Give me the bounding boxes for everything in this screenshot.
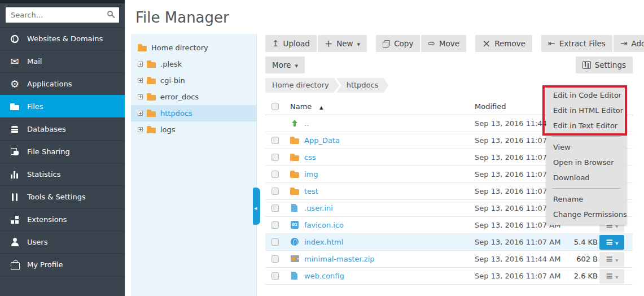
file-row[interactable]: minimal-master.zip Sep 13, 2016 11:44 AM… [265,251,633,268]
sidebar-item[interactable]: Mail [0,50,125,72]
context-menu-item[interactable] [552,136,621,137]
move-button[interactable]: Move [421,35,466,52]
row-menu-button[interactable] [599,269,624,284]
context-menu-item[interactable]: Edit in Code Editor [546,88,627,103]
tree-item[interactable]: .plesk [131,56,256,72]
copy-icon [383,40,390,47]
context-menu-item[interactable]: Download [546,170,627,185]
file-name-link[interactable]: css [304,153,316,162]
settings-button[interactable]: Settings [576,56,633,73]
html-icon [290,238,300,246]
sidebar-item[interactable]: Users [0,230,125,253]
file-row[interactable]: web.config Sep 13, 2016 11:07 AM 2.6 KB [265,268,633,285]
row-menu-button[interactable] [599,235,624,250]
expand-icon[interactable] [138,111,143,116]
expand-icon[interactable] [138,62,143,67]
sidebar-item[interactable]: My Profile [0,253,125,276]
move-label: Move [439,39,459,48]
context-menu: Edit in Code Editor Edit in HTML Editor … [546,85,627,225]
breadcrumb-item[interactable]: httpdocs [336,78,389,93]
tree-item-label: logs [160,125,176,134]
tree-item-label: httpdocs [160,109,192,117]
file-name-link[interactable]: favicon.ico [304,221,344,229]
context-menu-item[interactable]: Change Permissions [546,207,627,222]
archive-label: Add to Archive [631,39,644,48]
row-checkbox[interactable] [271,255,279,263]
expand-icon[interactable] [138,127,143,132]
row-checkbox[interactable] [271,154,279,161]
context-menu-item[interactable] [552,188,621,189]
context-menu-item[interactable]: Open in Browser [546,155,627,170]
settings-icon [582,61,591,69]
sidebar-item[interactable]: Databases [0,117,125,140]
expand-icon[interactable] [138,78,143,83]
sidebar-item[interactable]: Files [0,95,125,117]
caret-down-icon [357,39,361,48]
tree-item-label: Home directory [151,43,208,52]
row-checkbox[interactable] [271,171,279,178]
sidebar-item[interactable]: Tools & Settings [0,185,125,208]
column-header-name[interactable]: Name [290,102,312,111]
folder-icon [147,125,156,134]
folder-icon [290,136,300,145]
row-checkbox[interactable] [271,204,279,212]
extract-icon [548,38,555,49]
file-name-link[interactable]: test [304,187,318,195]
context-menu-item[interactable]: Edit in Text Editor [546,118,627,133]
chart-icon [10,169,20,180]
sidebar-item[interactable]: Extensions [0,208,125,230]
row-checkbox[interactable] [271,137,279,144]
folder-icon [147,109,156,117]
file-row[interactable]: index.html Sep 13, 2016 11:07 AM 5.4 KB [265,234,633,251]
file-name-link[interactable]: minimal-master.zip [304,255,375,263]
toolbar-group-copy-move: Copy Move [376,35,466,52]
remove-label: Remove [494,39,525,48]
row-menu-button[interactable] [599,252,624,267]
sidebar-item[interactable]: Websites & Domains [0,27,125,50]
sort-ascending-icon [316,102,323,111]
new-button[interactable]: New [318,35,367,52]
tree-item[interactable]: error_docs [131,89,256,105]
tree-item[interactable]: logs [131,121,256,138]
row-checkbox[interactable] [271,272,279,280]
row-checkbox[interactable] [271,238,279,246]
sidebar-item[interactable]: Applications [0,72,125,95]
file-name-link[interactable]: .. [304,119,309,128]
expand-icon[interactable] [138,94,143,99]
more-button[interactable]: More [265,56,305,73]
file-name-link[interactable]: App_Data [304,136,340,145]
sidebar-item[interactable]: File Sharing [0,140,125,163]
toolbar-row-1: Upload New Copy Move Remove [265,35,633,52]
search-icon[interactable] [107,11,113,16]
folder-icon [290,153,300,162]
row-checkbox[interactable] [271,188,279,195]
copy-button[interactable]: Copy [376,35,420,52]
remove-button[interactable]: Remove [475,35,532,52]
sidebar-item[interactable]: Statistics [0,163,125,185]
tree-collapse-handle[interactable] [253,188,260,225]
breadcrumb-item[interactable]: Home directory [265,78,339,93]
context-menu-item[interactable]: View [546,140,627,155]
file-name-link[interactable]: .user.ini [304,204,333,212]
file-name-link[interactable]: index.html [304,238,343,246]
tree-item[interactable]: httpdocs [131,105,256,121]
add-to-archive-button[interactable]: Add to Archive [614,35,644,52]
upload-button[interactable]: Upload [265,35,317,52]
extract-files-button[interactable]: Extract Files [541,35,612,52]
hamburger-menu-icon [606,237,613,247]
upload-icon [272,38,279,49]
user-icon [10,237,20,247]
search-input[interactable] [6,7,119,23]
toolbar-group-archive: Extract Files Add to Archive [541,35,644,52]
context-menu-item[interactable]: Rename [546,191,627,207]
tree-list: Home directory .plesk cgi-bin error_docs [131,40,256,138]
row-checkbox[interactable] [271,221,279,229]
tree-item[interactable]: Home directory [131,40,256,56]
file-size: 602 B [565,255,598,263]
file-name-link[interactable]: web.config [304,272,344,280]
file-name-link[interactable]: img [304,170,318,179]
caret-down-icon [295,60,298,69]
select-all-checkbox[interactable] [271,103,279,110]
context-menu-item[interactable]: Edit in HTML Editor [546,103,627,118]
tree-item[interactable]: cgi-bin [131,72,256,89]
